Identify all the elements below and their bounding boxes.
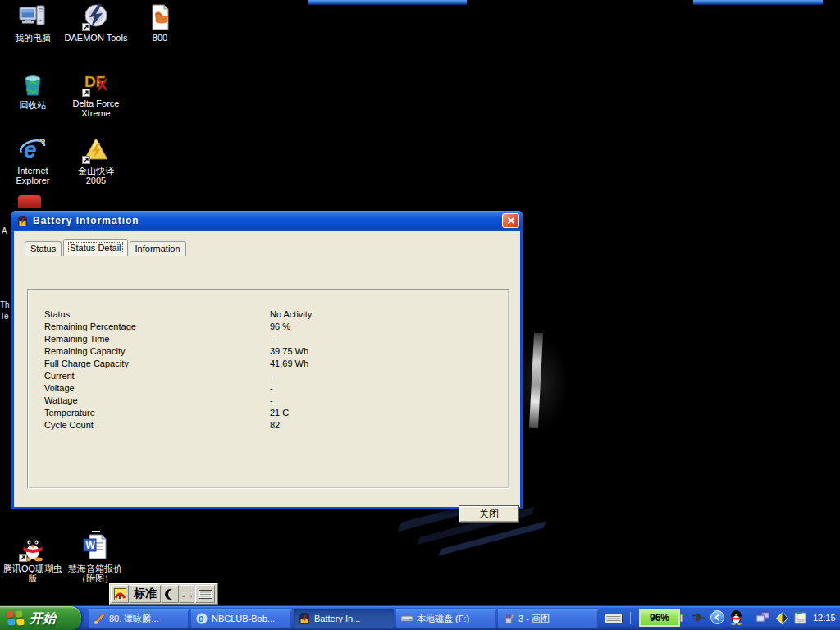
desktop-icon-my-computer[interactable]: 我的电脑 <box>0 3 66 43</box>
taskbar-button-local-disk[interactable]: 本地磁盘 (F:) <box>396 609 496 628</box>
icon-label-fragment: A <box>2 226 7 235</box>
taskbar-button-label: NBCLUB-Bob... <box>212 614 275 623</box>
desktop-icon-word-doc[interactable]: W 慧海音箱报价 （附图） <box>62 534 128 583</box>
shortcut-arrow-icon <box>82 156 90 164</box>
detail-row: Remaining Time- <box>44 333 500 345</box>
ime-punctuation-button[interactable]: 。, <box>180 585 194 603</box>
detail-value: 96 % <box>270 321 290 333</box>
tray-collapse-chevron-icon[interactable] <box>710 610 724 624</box>
taskbar-button-paint[interactable]: 3 - 画图 <box>498 609 598 628</box>
icon-label: DAEMON Tools <box>63 33 129 43</box>
shortcut-arrow-icon <box>82 89 90 97</box>
kingsoft-pyramid-icon <box>82 136 110 164</box>
taskbar-button-label: 80. 谭咏麟... <box>109 613 159 625</box>
svg-text:e: e <box>198 613 203 624</box>
qq-penguin-icon <box>19 534 47 562</box>
ime-logo-button[interactable] <box>111 585 129 603</box>
icon-label: Internet <box>0 166 66 176</box>
start-button[interactable]: 开始 <box>0 606 81 630</box>
detail-label: Remaining Time <box>44 333 270 345</box>
detail-row: Remaining Percentage96 % <box>44 321 500 333</box>
icon-label: 2005 <box>63 176 129 185</box>
taskbar-button-battery[interactable]: Battery In... <box>294 609 394 628</box>
qq-tray-icon[interactable] <box>729 609 743 625</box>
desktop-icon-800[interactable]: 800 <box>127 3 193 43</box>
desktop-icon-kingsoft[interactable]: 金山快译 2005 <box>63 136 129 185</box>
desktop-icon-delta-force[interactable]: DF Delta Force Xtreme <box>63 69 129 118</box>
icon-label-fragment: Te <box>0 312 9 321</box>
daemon-tools-tray-icon[interactable] <box>775 611 789 625</box>
ac-plug-icon[interactable] <box>692 611 706 623</box>
detail-row: Cycle Count82 <box>44 419 500 431</box>
detail-value: - <box>270 395 273 407</box>
close-button[interactable]: 关闭 <box>459 505 519 523</box>
icon-label: 金山快译 <box>63 166 129 176</box>
desktop-icon-recycle-bin[interactable]: 回收站 <box>0 71 66 110</box>
battery-window-icon <box>16 215 29 227</box>
taskbar-button-label: 本地磁盘 (F:) <box>417 613 469 625</box>
battery-percent-label: 96% <box>650 612 669 623</box>
taskbar-button-label: Battery In... <box>314 614 360 623</box>
desktop-icon-internet-explorer[interactable]: e Internet Explorer <box>0 136 66 185</box>
taskbar-button-ie[interactable]: e NBCLUB-Bob... <box>191 609 291 628</box>
detail-value: - <box>270 333 273 345</box>
shortcut-arrow-icon <box>19 554 27 562</box>
word-document-icon: W <box>81 534 109 562</box>
detail-label: Remaining Percentage <box>44 321 270 333</box>
disk-drive-icon <box>400 612 413 625</box>
paint-icon <box>502 612 515 625</box>
detail-label: Remaining Capacity <box>44 345 270 358</box>
desktop-icon-qq[interactable]: 腾讯QQ珊瑚虫 版 <box>0 534 66 583</box>
close-window-button[interactable] <box>502 213 519 228</box>
background-window-sliver[interactable] <box>308 0 467 5</box>
detail-row: Full Charge Capacity41.69 Wh <box>44 358 500 370</box>
icon-label: Xtreme <box>63 108 129 118</box>
icon-label: 版 <box>0 573 66 583</box>
tray-clock[interactable]: 12:15 <box>813 613 836 623</box>
ime-softkeyboard-button[interactable] <box>195 585 215 603</box>
task-flag-tray-icon[interactable] <box>792 610 807 625</box>
ime-logo-icon <box>114 588 126 600</box>
icon-label: 慧海音箱报价 <box>62 564 128 573</box>
keyboard-icon <box>199 590 212 599</box>
battery-detail-list: StatusNo Activity Remaining Percentage96… <box>44 308 500 431</box>
language-keyboard-indicator[interactable] <box>605 613 623 624</box>
detail-row: StatusNo Activity <box>44 308 500 321</box>
taskbar-button-music[interactable]: 80. 谭咏麟... <box>89 609 189 628</box>
detail-label: Cycle Count <box>44 419 270 431</box>
window-title: Battery Information <box>33 215 502 226</box>
icon-label: 腾讯QQ珊瑚虫 <box>0 564 66 573</box>
ime-fullwidth-button[interactable] <box>162 585 179 603</box>
icon-label: Explorer <box>0 176 66 185</box>
desktop-icon-daemon-tools[interactable]: DAEMON Tools <box>63 3 129 43</box>
start-button-label: 开始 <box>30 610 56 628</box>
my-computer-icon <box>19 3 47 31</box>
detail-row: Temperature21 C <box>44 407 500 419</box>
hidden-desktop-icon[interactable] <box>18 195 41 208</box>
window-titlebar[interactable]: Battery Information <box>11 211 523 231</box>
detail-value: 39.75 Wh <box>270 345 308 358</box>
moon-icon <box>165 589 176 600</box>
icon-label: Delta Force <box>63 98 129 108</box>
detail-value: 82 <box>270 419 280 431</box>
tab-information[interactable]: Information <box>130 241 186 256</box>
ime-mode-button[interactable]: 标准 <box>130 585 161 603</box>
ime-language-bar[interactable]: 标准 。, <box>109 583 218 605</box>
background-window-sliver[interactable] <box>693 0 823 5</box>
tab-status[interactable]: Status <box>25 241 62 256</box>
close-x-icon <box>507 217 515 225</box>
icon-label: （附图） <box>62 573 128 583</box>
detail-label: Status <box>44 308 270 321</box>
tray-battery-meter[interactable]: 96% <box>639 609 680 627</box>
detail-value: No Activity <box>270 308 312 321</box>
detail-label: Temperature <box>44 407 270 419</box>
status-detail-panel: StatusNo Activity Remaining Percentage96… <box>27 289 509 489</box>
recycle-bin-icon <box>19 71 47 98</box>
wallpaper-stripe <box>438 521 546 556</box>
document-icon <box>146 3 174 31</box>
detail-label: Voltage <box>44 382 270 395</box>
network-connection-icon[interactable] <box>756 611 770 624</box>
detail-row: Voltage- <box>44 382 500 395</box>
detail-value: - <box>270 382 273 395</box>
tab-status-detail[interactable]: Status Detail <box>63 239 127 256</box>
